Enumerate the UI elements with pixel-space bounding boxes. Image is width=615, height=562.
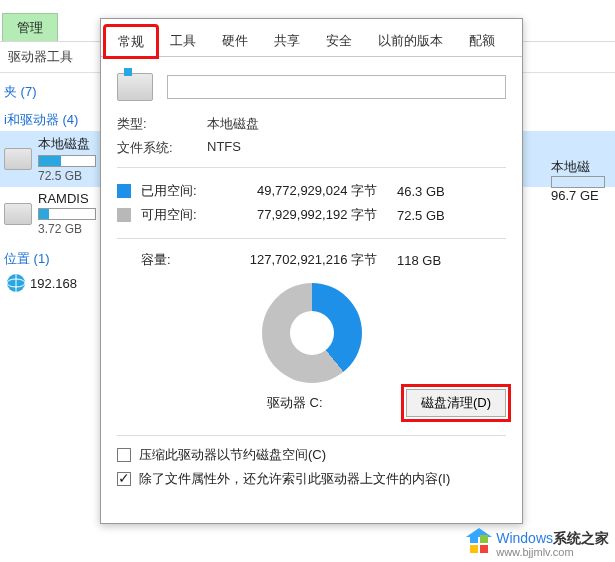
- watermark-url: www.bjjmlv.com: [496, 546, 609, 558]
- type-label: 类型:: [117, 115, 207, 133]
- ribbon-tab-manage[interactable]: 管理: [2, 13, 58, 41]
- compress-row[interactable]: 压缩此驱动器以节约磁盘空间(C): [117, 446, 506, 464]
- windows-house-icon: [468, 533, 490, 555]
- index-checkbox[interactable]: [117, 472, 131, 486]
- drive-item-right[interactable]: 本地磁 96.7 GE: [551, 158, 611, 203]
- capacity-row: 容量: 127,702,921,216 字节 118 GB: [117, 251, 506, 269]
- filesystem-row: 文件系统: NTFS: [117, 139, 506, 157]
- watermark: Windows系统之家 www.bjjmlv.com: [468, 531, 609, 558]
- filesystem-value: NTFS: [207, 139, 241, 157]
- used-label: 已用空间:: [141, 182, 227, 200]
- watermark-text: Windows系统之家 www.bjjmlv.com: [496, 531, 609, 558]
- compress-checkbox[interactable]: [117, 448, 131, 462]
- usage-donut-wrap: [117, 283, 506, 383]
- index-label: 除了文件属性外，还允许索引此驱动器上文件的内容(I): [139, 470, 450, 488]
- tab-tools[interactable]: 工具: [157, 25, 209, 56]
- watermark-suffix: 系统之家: [553, 530, 609, 546]
- dialog-tabs: 常规 工具 硬件 共享 安全 以前的版本 配额: [101, 19, 522, 57]
- hdd-icon: [4, 203, 32, 225]
- drive-usage-bar: [38, 208, 96, 220]
- usage-donut-icon: [262, 283, 362, 383]
- drive-info: RAMDIS 3.72 GB: [38, 191, 96, 236]
- drive-info: 本地磁盘 72.5 GB: [38, 135, 96, 183]
- tab-security[interactable]: 安全: [313, 25, 365, 56]
- watermark-brand: Windows: [496, 530, 553, 546]
- network-header-label: 位置 (1): [4, 251, 50, 266]
- capacity-gb: 118 GB: [397, 253, 467, 268]
- used-gb: 46.3 GB: [397, 184, 467, 199]
- tab-quota[interactable]: 配额: [456, 25, 508, 56]
- folders-count-label: 夹 (7): [4, 84, 37, 99]
- compress-label: 压缩此驱动器以节约磁盘空间(C): [139, 446, 326, 464]
- disk-cleanup-button[interactable]: 磁盘清理(D): [406, 389, 506, 417]
- drive-subtext: 96.7 GE: [551, 188, 611, 203]
- used-swatch-icon: [117, 184, 131, 198]
- drive-title: RAMDIS: [38, 191, 96, 206]
- free-space-row: 可用空间: 77,929,992,192 字节 72.5 GB: [117, 206, 506, 224]
- drive-name-label: 驱动器 C:: [267, 394, 323, 412]
- drive-title: 本地磁盘: [38, 135, 96, 153]
- filesystem-label: 文件系统:: [117, 139, 207, 157]
- volume-name-input[interactable]: [167, 75, 506, 99]
- drive-usage-bar: [38, 155, 96, 167]
- used-bytes: 49,772,929,024 字节: [227, 182, 397, 200]
- drive-name-row: 驱动器 C: 磁盘清理(D): [117, 389, 506, 417]
- drive-subtext: 3.72 GB: [38, 222, 96, 236]
- index-row[interactable]: 除了文件属性外，还允许索引此驱动器上文件的内容(I): [117, 470, 506, 488]
- network-address: 192.168: [30, 276, 77, 291]
- tab-hardware[interactable]: 硬件: [209, 25, 261, 56]
- separator: [117, 435, 506, 436]
- free-gb: 72.5 GB: [397, 208, 467, 223]
- space-table: 已用空间: 49,772,929,024 字节 46.3 GB 可用空间: 77…: [117, 167, 506, 239]
- globe-icon: [4, 272, 30, 294]
- drives-header-label: i和驱动器 (4): [4, 112, 78, 127]
- tab-general[interactable]: 常规: [105, 26, 157, 57]
- tab-sharing[interactable]: 共享: [261, 25, 313, 56]
- type-row: 类型: 本地磁盘: [117, 115, 506, 133]
- free-label: 可用空间:: [141, 206, 227, 224]
- used-space-row: 已用空间: 49,772,929,024 字节 46.3 GB: [117, 182, 506, 200]
- drive-properties-dialog: 常规 工具 硬件 共享 安全 以前的版本 配额 类型: 本地磁盘 文件系统: N…: [100, 18, 523, 524]
- drive-title: 本地磁: [551, 158, 611, 176]
- capacity-label: 容量:: [141, 251, 227, 269]
- hdd-icon: [4, 148, 32, 170]
- drive-subtext: 72.5 GB: [38, 169, 96, 183]
- dialog-body: 类型: 本地磁盘 文件系统: NTFS 已用空间: 49,772,929,024…: [101, 57, 522, 506]
- capacity-bytes: 127,702,921,216 字节: [227, 251, 397, 269]
- free-bytes: 77,929,992,192 字节: [227, 206, 397, 224]
- volume-row: [117, 73, 506, 101]
- drive-usage-bar: [551, 176, 605, 188]
- type-value: 本地磁盘: [207, 115, 259, 133]
- tab-previous-versions[interactable]: 以前的版本: [365, 25, 456, 56]
- drive-icon: [117, 73, 153, 101]
- free-swatch-icon: [117, 208, 131, 222]
